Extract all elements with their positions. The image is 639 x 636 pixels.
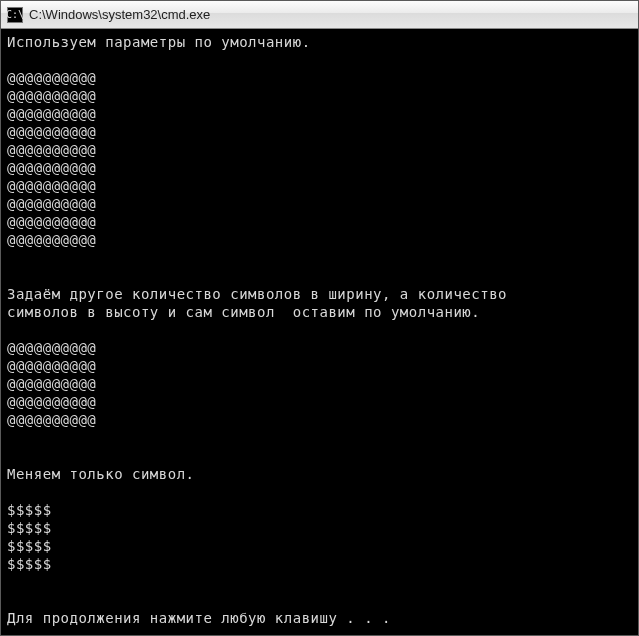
cmd-window: C:\ C:\Windows\system32\cmd.exe Использу… <box>0 0 639 636</box>
console-output[interactable]: Используем параметры по умолчанию. @@@@@… <box>1 29 638 635</box>
cmd-icon: C:\ <box>7 7 23 23</box>
window-title: C:\Windows\system32\cmd.exe <box>29 7 210 22</box>
titlebar[interactable]: C:\ C:\Windows\system32\cmd.exe <box>1 1 638 29</box>
